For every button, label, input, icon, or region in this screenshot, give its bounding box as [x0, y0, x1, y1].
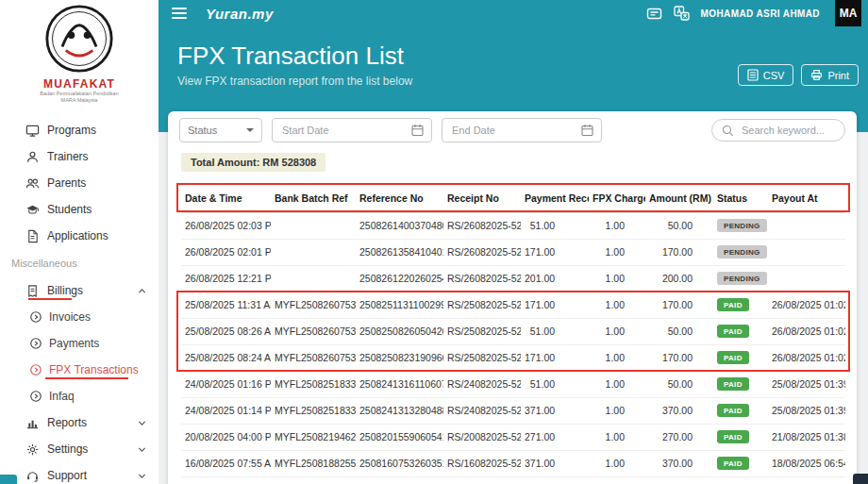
- sidebar-item-trainers[interactable]: Trainers: [0, 143, 159, 170]
- hamburger-menu-icon[interactable]: [172, 8, 187, 19]
- bar-chart-icon: [25, 416, 40, 430]
- csv-icon: [747, 69, 759, 81]
- col-receipt-no[interactable]: Receipt No: [443, 184, 521, 212]
- transaction-table: Date & Time Bank Batch Ref Reference No …: [181, 184, 845, 477]
- csv-button[interactable]: CSV: [738, 64, 794, 86]
- total-amount-chip: Total Amount: RM 528308: [181, 153, 326, 172]
- col-payment-received[interactable]: Payment Received: [521, 184, 589, 212]
- status-badge: PAID: [717, 457, 749, 470]
- calendar-icon: [581, 124, 593, 137]
- status-badge: PAID: [717, 377, 749, 391]
- col-reference-no[interactable]: Reference No: [356, 184, 443, 212]
- document-icon: [25, 229, 40, 243]
- transaction-table-body: 26/08/2025 02:03 PM2508261400370480RS/26…: [181, 212, 845, 476]
- translate-icon[interactable]: [674, 6, 690, 21]
- start-date-field[interactable]: [272, 118, 432, 142]
- graduation-cap-icon: [25, 203, 40, 217]
- circle-arrow-icon: [28, 390, 43, 403]
- person-icon: [25, 150, 40, 164]
- chevron-up-icon: [137, 286, 147, 296]
- top-bar: Yuran.my MOHAMAD ASRI AHMAD MA: [159, 0, 868, 26]
- col-fpx-charges[interactable]: FPX Charges: [589, 184, 645, 212]
- chevron-down-icon: [246, 128, 254, 132]
- org-logo-block: MUAFAKAT Badan Permuafakatan Pendidikan …: [0, 0, 159, 117]
- print-icon: [810, 69, 823, 81]
- table-row: 25/08/2025 08:24 AMMYFL25082607535812508…: [181, 344, 845, 371]
- sidebar-item-applications[interactable]: Applications: [0, 223, 159, 249]
- status-badge: PAID: [717, 430, 749, 443]
- col-bank-batch-ref[interactable]: Bank Batch Ref: [271, 184, 356, 212]
- headset-icon: [25, 469, 40, 483]
- monitor-icon: [25, 124, 40, 138]
- print-button[interactable]: Print: [801, 64, 859, 86]
- status-badge: PENDING: [717, 219, 767, 232]
- status-badge: PAID: [717, 298, 749, 311]
- search-icon: [722, 125, 734, 137]
- status-badge: PENDING: [717, 245, 767, 259]
- search-box[interactable]: [711, 119, 845, 142]
- sidebar-item-students[interactable]: Students: [0, 196, 159, 223]
- sidebar-item-label: Payments: [49, 337, 99, 350]
- sidebar-item-reports[interactable]: Reports: [0, 409, 159, 436]
- table-row: 26/08/2025 12:21 PM2508261220260254RS/26…: [181, 265, 845, 292]
- status-badge: PENDING: [717, 272, 767, 285]
- chevron-down-icon: [137, 444, 147, 455]
- messages-icon[interactable]: [646, 7, 662, 21]
- end-date-input[interactable]: [450, 124, 581, 137]
- brand-logo[interactable]: Yuran.my: [206, 6, 274, 22]
- sidebar-item-payments[interactable]: Payments: [0, 330, 159, 357]
- sidebar-item-billings[interactable]: Billings: [0, 277, 159, 304]
- sidebar-item-parents[interactable]: Parents: [0, 170, 159, 196]
- col-date-time[interactable]: Date & Time: [181, 184, 271, 212]
- receipt-icon: [25, 284, 40, 298]
- user-name[interactable]: MOHAMAD ASRI AHMAD: [701, 8, 820, 19]
- table-row: 16/08/2025 07:55 AMMYFL25081882557112508…: [181, 450, 845, 476]
- sidebar-item-invoices[interactable]: Invoices: [0, 304, 159, 330]
- search-input[interactable]: [740, 124, 835, 137]
- table-row: 26/08/2025 02:01 PM2508261358410401RS/26…: [181, 239, 845, 265]
- sidebar-item-label: Reports: [47, 416, 87, 429]
- sidebar-item-programs[interactable]: Programs: [0, 117, 159, 143]
- sidebar-item-settings[interactable]: Settings: [0, 436, 159, 462]
- sidebar-item-label: Invoices: [49, 310, 91, 324]
- sidebar-item-label: FPX Transactions: [49, 363, 139, 376]
- gear-icon: [25, 442, 40, 457]
- sidebar-item-infaq[interactable]: Infaq: [0, 383, 159, 409]
- calendar-icon: [411, 124, 424, 137]
- sidebar-item-label: Students: [47, 203, 92, 216]
- sidebar-item-label: Settings: [47, 442, 88, 456]
- table-row: 24/08/2025 01:16 PMMYFL25082518334022508…: [181, 371, 845, 397]
- chevron-down-icon: [137, 418, 147, 428]
- col-status[interactable]: Status: [713, 184, 768, 212]
- status-filter-select[interactable]: Status: [179, 118, 262, 142]
- status-badge: PAID: [717, 351, 749, 364]
- status-badge: PAID: [717, 325, 749, 338]
- filter-bar: Status: [168, 111, 857, 149]
- circle-arrow-icon: [28, 363, 43, 376]
- org-subtitle-line1: Badan Permuafakatan Pendidikan: [0, 91, 159, 97]
- org-name: MUAFAKAT: [0, 77, 159, 91]
- status-badge: PAID: [717, 404, 749, 417]
- col-amount[interactable]: Amount (RM): [645, 184, 713, 212]
- user-avatar[interactable]: MA: [835, 0, 861, 26]
- table-header-row: Date & Time Bank Batch Ref Reference No …: [181, 184, 845, 212]
- people-icon: [25, 176, 40, 191]
- sidebar-item-label: Trainers: [47, 150, 89, 163]
- start-date-input[interactable]: [280, 124, 411, 137]
- floating-widget-left[interactable]: [0, 475, 17, 484]
- floating-widget-right[interactable]: [853, 474, 868, 484]
- circle-arrow-icon: [28, 310, 43, 324]
- end-date-field[interactable]: [442, 118, 602, 142]
- export-actions: CSV Print: [738, 64, 859, 86]
- sidebar-item-support[interactable]: Support: [0, 462, 159, 484]
- sidebar-item-label: Applications: [47, 229, 108, 242]
- table-row: 25/08/2025 11:31 AMMYFL25082607535812508…: [181, 292, 845, 318]
- chevron-down-icon: [137, 471, 147, 481]
- annotation-underline-billings: [28, 298, 72, 300]
- sidebar-item-label: Parents: [47, 176, 86, 190]
- sidebar: MUAFAKAT Badan Permuafakatan Pendidikan …: [0, 0, 159, 484]
- table-row: 24/08/2025 01:14 PMMYFL25082518334022508…: [181, 397, 845, 424]
- col-payout-at[interactable]: Payout At: [768, 184, 845, 212]
- sidebar-item-label: Billings: [47, 284, 83, 297]
- annotation-underline-fpx: [45, 377, 128, 379]
